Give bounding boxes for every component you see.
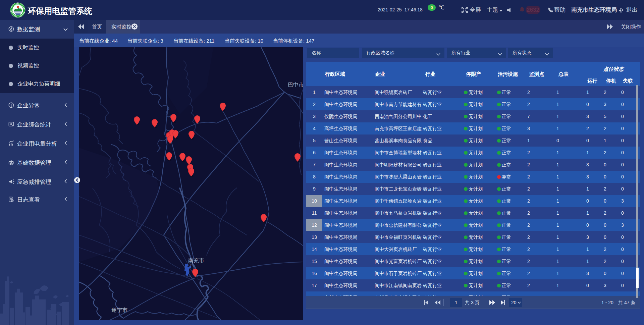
svg-text:南充市: 南充市 [188,258,204,263]
svg-text:遂宁市: 遂宁市 [111,307,127,313]
svg-text:巴中市: 巴中市 [288,82,303,88]
